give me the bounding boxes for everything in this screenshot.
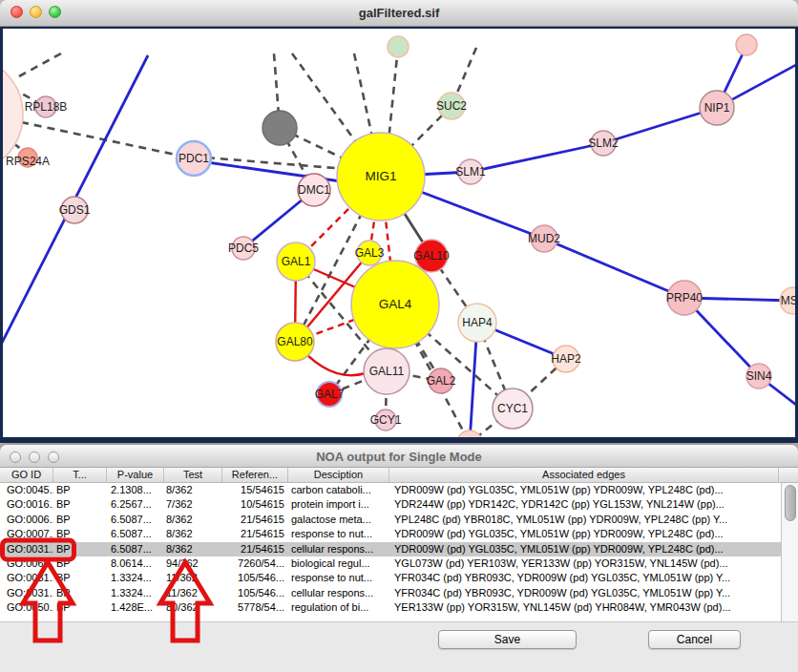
cell-test: 80/362 bbox=[164, 600, 222, 615]
cell-description: response to nut... bbox=[288, 527, 389, 541]
network-canvas[interactable]: RPL18BRPS24AGDS1PDC1PDC5DMC1MIG1SUC2SLM1… bbox=[0, 27, 798, 443]
node-GDS1-label: GDS1 bbox=[59, 203, 91, 217]
node-top-pink[interactable] bbox=[736, 34, 757, 55]
network-window-titlebar[interactable]: galFiltered.sif bbox=[0, 0, 798, 27]
cell-go_id: GO:0031... bbox=[0, 571, 53, 585]
cell-test: 8/362 bbox=[164, 483, 222, 497]
cell-type: BP bbox=[53, 586, 107, 600]
cell-reference: 105/546... bbox=[222, 571, 288, 585]
node-GAL2-label: GAL2 bbox=[427, 374, 456, 388]
node-SLM2-label: SLM2 bbox=[588, 136, 619, 150]
cell-go_id: GO:0016... bbox=[0, 497, 53, 512]
node-DMC1-label: DMC1 bbox=[298, 183, 330, 197]
cell-go_id: GO:0031... bbox=[0, 586, 53, 600]
cell-test: 8/362 bbox=[164, 542, 222, 556]
cell-type: BP bbox=[53, 527, 107, 541]
column-header-go_id[interactable]: GO ID bbox=[0, 468, 53, 482]
cell-reference: 21/54615 bbox=[222, 542, 288, 556]
noa-window-titlebar[interactable]: NOA output for Single Mode bbox=[0, 445, 798, 468]
cell-description: response to nut... bbox=[288, 571, 389, 585]
cell-associated_edges: YDR009W (pd) YGL035C, YML051W (pp) YDR00… bbox=[389, 483, 779, 497]
node-GAL10-label: GAL10 bbox=[413, 249, 450, 262]
network-window-title: galFiltered.sif bbox=[0, 6, 798, 20]
network-edge[interactable] bbox=[544, 239, 684, 298]
node-GAL11-label: GAL11 bbox=[369, 365, 405, 378]
cell-reference: 7260/54... bbox=[222, 556, 288, 571]
cell-reference: 15/54615 bbox=[222, 483, 288, 497]
node-top-green[interactable] bbox=[388, 36, 409, 57]
node-HAP4-label: HAP4 bbox=[462, 316, 493, 329]
scrollbar-thumb[interactable] bbox=[785, 485, 796, 521]
cell-type: BP bbox=[53, 513, 107, 527]
column-header-test[interactable]: Test bbox=[164, 468, 222, 482]
cell-test: 94/362 bbox=[164, 556, 222, 571]
cell-associated_edges: YER133W (pp) YOR315W, YNL145W (pd) YHR08… bbox=[389, 600, 779, 615]
cell-associated_edges: YDR009W (pd) YGL035C, YML051W (pp) YDR00… bbox=[389, 527, 779, 541]
table-row-0[interactable]: GO:0045...BP2.1308...8/36215/54615carbon… bbox=[0, 483, 781, 497]
cell-test: 7/362 bbox=[164, 497, 222, 512]
table-row-5[interactable]: GO:0065...BP8.0614...94/3627260/54...bio… bbox=[0, 556, 781, 571]
network-edge[interactable] bbox=[19, 53, 61, 76]
results-table-header[interactable]: GO IDT...P-valueTestReferen...Desciption… bbox=[0, 468, 798, 483]
network-edge[interactable] bbox=[388, 47, 398, 141]
column-header-associated_edges[interactable]: Associated edges bbox=[389, 468, 779, 482]
column-header-type[interactable]: T... bbox=[53, 468, 107, 482]
node-gray[interactable] bbox=[262, 111, 297, 145]
cell-test: 11/362 bbox=[164, 586, 222, 600]
table-row-1[interactable]: GO:0016...BP6.2567...7/36210/54615protei… bbox=[0, 497, 781, 512]
node-PDC1-label: PDC1 bbox=[178, 152, 209, 165]
noa-window-title: NOA output for Single Mode bbox=[0, 450, 798, 464]
cell-reference: 10/54615 bbox=[222, 497, 288, 512]
column-header-description[interactable]: Desciption bbox=[288, 468, 389, 482]
results-table: GO:0045...BP2.1308...8/36215/54615carbon… bbox=[0, 483, 781, 621]
cell-type: BP bbox=[53, 483, 107, 497]
network-window: galFiltered.sif RPL18BRPS24AGDS1PDC1PDC5… bbox=[0, 0, 798, 443]
node-RPS24A-label: RPS24A bbox=[6, 155, 50, 168]
cell-description: galactose meta... bbox=[288, 513, 389, 527]
table-row-6[interactable]: GO:0031...BP1.3324...11/362105/546...res… bbox=[0, 571, 781, 585]
table-scrollbar[interactable] bbox=[781, 483, 798, 621]
network-edge[interactable] bbox=[21, 122, 194, 158]
cell-description: biological regul... bbox=[288, 556, 389, 571]
network-edge[interactable] bbox=[471, 143, 603, 172]
node-GAL3-label: GAL3 bbox=[355, 246, 385, 260]
cell-type: BP bbox=[53, 571, 107, 585]
cell-reference: 105/546... bbox=[222, 586, 288, 600]
node-SUC2-label: SUC2 bbox=[436, 99, 467, 113]
table-row-4-selected[interactable]: GO:0031...BP6.5087...8/36221/54615cellul… bbox=[0, 542, 781, 556]
column-header-reference[interactable]: Referen... bbox=[222, 468, 288, 482]
cell-reference: 21/54615 bbox=[222, 513, 288, 527]
network-graph: RPL18BRPS24AGDS1PDC1PDC5DMC1MIG1SUC2SLM1… bbox=[0, 27, 798, 443]
node-GAL80-label: GAL80 bbox=[277, 335, 313, 348]
cell-go_id: GO:0045... bbox=[0, 483, 53, 497]
node-MUD2-label: MUD2 bbox=[528, 232, 560, 245]
column-header-corner bbox=[779, 468, 796, 482]
noa-output-window: NOA output for Single Mode GO IDT...P-va… bbox=[0, 445, 798, 672]
cell-p_value: 6.5087... bbox=[107, 527, 164, 541]
table-row-2[interactable]: GO:0006...BP6.5087...8/36221/54615galact… bbox=[0, 513, 781, 527]
table-row-7[interactable]: GO:0031...BP1.3324...11/362105/546...cel… bbox=[0, 586, 781, 600]
cell-p_value: 6.2567... bbox=[107, 497, 164, 512]
save-button[interactable]: Save bbox=[438, 630, 577, 649]
node-MSN-label: MSN bbox=[781, 294, 798, 307]
cell-p_value: 1.3324... bbox=[107, 586, 164, 600]
cell-p_value: 8.0614... bbox=[107, 556, 164, 571]
node-GAL4-label: GAL4 bbox=[379, 297, 412, 311]
node-SLM1-label: SLM1 bbox=[455, 165, 486, 178]
cell-description: regulation of bi... bbox=[288, 600, 389, 615]
table-row-3[interactable]: GO:0007...BP6.5087...8/36221/54615respon… bbox=[0, 527, 781, 541]
cell-p_value: 6.5087... bbox=[107, 542, 164, 556]
node-HAP2-label: HAP2 bbox=[551, 352, 581, 366]
cell-type: BP bbox=[53, 556, 107, 571]
cancel-button[interactable]: Cancel bbox=[648, 630, 741, 649]
cell-associated_edges: YFR034C (pd) YBR093C, YDR009W (pd) YGL03… bbox=[389, 571, 779, 585]
table-row-8[interactable]: GO:0050...BP1.428E...80/3625778/54...reg… bbox=[0, 600, 781, 615]
cell-go_id: GO:0031... bbox=[0, 542, 53, 556]
node-SIN4-label: SIN4 bbox=[746, 369, 772, 383]
node-GCY1-label: GCY1 bbox=[370, 413, 402, 427]
cell-reference: 5778/54... bbox=[222, 600, 288, 615]
cell-go_id: GO:0050... bbox=[0, 600, 53, 615]
node-MIG1-label: MIG1 bbox=[365, 169, 396, 183]
node-HAP3-label: HAP3 bbox=[454, 436, 485, 443]
column-header-p_value[interactable]: P-value bbox=[107, 468, 164, 482]
